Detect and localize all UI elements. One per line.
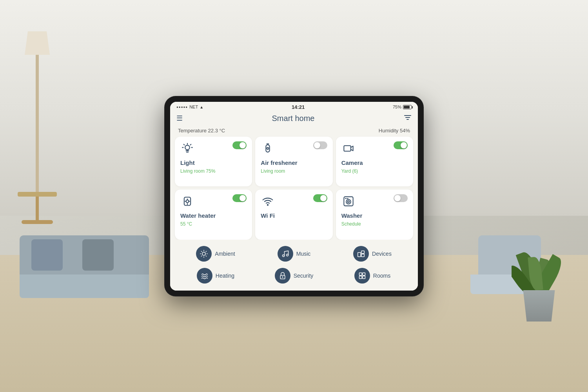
air-icon-wrap bbox=[261, 141, 275, 155]
status-left: ●●●●● NET ▲ bbox=[176, 105, 203, 109]
nav-item-heating[interactable]: Heating bbox=[176, 266, 255, 286]
svg-line-18 bbox=[201, 251, 202, 251]
light-toggle[interactable] bbox=[232, 141, 247, 149]
humidity-stat: Humidity 54% bbox=[379, 128, 410, 134]
device-card-wifi[interactable]: Wi Fi bbox=[255, 190, 332, 240]
air-freshener-sub: Living room bbox=[261, 168, 327, 174]
nav-item-music[interactable]: Music bbox=[255, 244, 333, 264]
security-icon-circle bbox=[275, 268, 290, 284]
svg-rect-6 bbox=[344, 146, 351, 151]
washer-icon bbox=[343, 196, 354, 207]
air-freshener-name: Air freshener bbox=[261, 159, 327, 166]
stats-bar: Temperature 22.3 °C Humidity 54% bbox=[170, 126, 418, 137]
nav-item-devices[interactable]: Devices bbox=[333, 244, 412, 264]
svg-point-11 bbox=[346, 199, 351, 204]
bottom-nav: Ambient Music bbox=[170, 240, 418, 291]
heating-label: Heating bbox=[216, 273, 234, 279]
ambient-sun-icon bbox=[200, 250, 208, 258]
devices-icon bbox=[357, 250, 365, 258]
washer-icon-wrap bbox=[341, 194, 356, 208]
light-sub: Living room 75% bbox=[180, 168, 247, 174]
app-title: Smart home bbox=[272, 114, 315, 123]
svg-rect-31 bbox=[359, 273, 362, 275]
camera-toggle[interactable] bbox=[394, 141, 408, 149]
music-label: Music bbox=[296, 251, 311, 257]
wifi-signal-icon bbox=[262, 196, 273, 207]
light-icon-wrap bbox=[180, 141, 194, 155]
camera-icon bbox=[343, 143, 354, 154]
rooms-grid-icon bbox=[358, 272, 366, 280]
temperature-stat: Temperature 22.3 °C bbox=[178, 128, 225, 134]
air-toggle[interactable] bbox=[313, 141, 327, 149]
plant-decoration bbox=[521, 290, 557, 322]
lamp-decoration bbox=[12, 31, 63, 266]
svg-point-3 bbox=[185, 145, 190, 150]
ambient-icon-circle bbox=[196, 246, 212, 262]
card-top-washer bbox=[341, 194, 408, 208]
device-card-water-heater[interactable]: Water heater 55 °C bbox=[175, 190, 252, 240]
nav-item-security[interactable]: Security bbox=[255, 266, 333, 286]
svg-rect-27 bbox=[361, 251, 365, 253]
menu-icon[interactable]: ☰ bbox=[176, 114, 183, 123]
svg-rect-10 bbox=[344, 197, 353, 206]
devices-grid: Light Living room 75% bbox=[170, 137, 418, 240]
nav-item-rooms[interactable]: Rooms bbox=[333, 266, 412, 286]
card-top-wifi bbox=[261, 194, 327, 208]
svg-point-9 bbox=[267, 204, 268, 205]
svg-point-12 bbox=[347, 201, 349, 203]
washer-toggle[interactable] bbox=[394, 194, 408, 202]
heater-icon-wrap bbox=[180, 194, 194, 208]
camera-sub: Yard (6) bbox=[341, 168, 408, 174]
heater-toggle[interactable] bbox=[232, 194, 247, 202]
air-freshener-icon bbox=[262, 143, 273, 154]
svg-point-5 bbox=[267, 147, 269, 149]
battery-icon bbox=[403, 105, 412, 109]
wifi-status-icon: ▲ bbox=[200, 105, 203, 109]
battery-label: 75% bbox=[393, 105, 401, 109]
wifi-toggle[interactable] bbox=[313, 194, 327, 202]
device-card-camera[interactable]: Camera Yard (6) bbox=[336, 137, 413, 187]
security-lock-icon bbox=[279, 272, 287, 280]
device-card-air-freshener[interactable]: Air freshener Living room bbox=[255, 137, 332, 187]
svg-point-30 bbox=[282, 276, 283, 277]
svg-line-22 bbox=[201, 256, 202, 256]
status-time: 14:21 bbox=[292, 104, 305, 110]
svg-rect-26 bbox=[358, 252, 361, 257]
svg-rect-33 bbox=[359, 276, 362, 278]
camera-name: Camera bbox=[341, 159, 408, 166]
water-heater-sub: 55 °C bbox=[180, 221, 247, 227]
heating-icon-circle bbox=[197, 268, 212, 284]
water-heater-icon bbox=[182, 196, 193, 207]
svg-rect-34 bbox=[363, 276, 365, 278]
devices-icon-circle bbox=[353, 246, 369, 262]
svg-point-25 bbox=[286, 254, 288, 256]
devices-label: Devices bbox=[372, 251, 392, 257]
filter-icon[interactable] bbox=[404, 114, 412, 122]
card-top-camera bbox=[341, 141, 408, 155]
device-card-washer[interactable]: Washer Schedule bbox=[336, 190, 413, 240]
status-bar: ●●●●● NET ▲ 14:21 75% bbox=[170, 102, 418, 112]
wifi-name: Wi Fi bbox=[261, 212, 327, 219]
signal-dots: ●●●●● bbox=[176, 105, 188, 109]
security-label: Security bbox=[294, 273, 314, 279]
sofa-decoration bbox=[20, 235, 157, 314]
device-card-light[interactable]: Light Living room 75% bbox=[175, 137, 252, 187]
ambient-label: Ambient bbox=[215, 251, 235, 257]
card-top-heater bbox=[180, 194, 247, 208]
svg-point-24 bbox=[282, 255, 284, 257]
nav-item-ambient[interactable]: Ambient bbox=[176, 244, 255, 264]
svg-rect-28 bbox=[361, 254, 365, 257]
camera-icon-wrap bbox=[341, 141, 356, 155]
card-top-air bbox=[261, 141, 327, 155]
rooms-icon-circle bbox=[354, 268, 370, 284]
music-icon-circle bbox=[278, 246, 293, 262]
card-top-light bbox=[180, 141, 247, 155]
tablet-device: ●●●●● NET ▲ 14:21 75% ☰ Smart home bbox=[165, 96, 423, 296]
washer-name: Washer bbox=[341, 212, 408, 219]
rooms-label: Rooms bbox=[373, 273, 390, 279]
light-name: Light bbox=[180, 159, 247, 166]
light-bulb-icon bbox=[182, 143, 193, 154]
svg-line-23 bbox=[206, 251, 207, 251]
svg-point-15 bbox=[202, 252, 205, 255]
music-note-icon bbox=[281, 250, 289, 258]
